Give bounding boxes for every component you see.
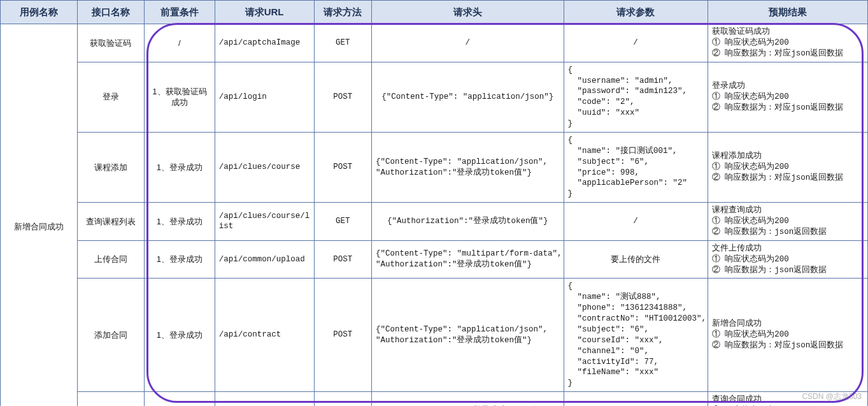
cell-header: {"Authorization":"登录成功token值"} xyxy=(371,203,564,241)
cell-interface: 获取验证码 xyxy=(77,24,145,62)
cell-param: { "name": "接口测试001", "subject": "6", "pr… xyxy=(564,132,708,202)
th-url: 请求URL xyxy=(215,1,314,24)
cell-method: POST xyxy=(314,132,371,202)
table-row: 课程添加 1、登录成功 /api/clues/course POST {"Con… xyxy=(1,132,868,202)
cell-param: { "name": "测试888", "phone": "13612341888… xyxy=(564,279,708,392)
table-row: 登录 1、获取验证码成功 /api/login POST {"Content-T… xyxy=(1,62,868,132)
cell-url: /api/common/upload xyxy=(215,240,314,279)
cell-interface: 查询合同列表 xyxy=(77,392,145,406)
cell-param: / xyxy=(564,203,708,241)
cell-interface: 课程添加 xyxy=(77,132,145,202)
cell-method: POST xyxy=(314,62,371,132)
cell-url: /api/clues/course/list xyxy=(215,203,314,241)
cell-method: POST xyxy=(314,279,371,392)
cell-header: {"Content-Type": "application/json", "Au… xyxy=(371,279,564,392)
cell-case-name: 新增合同成功 xyxy=(1,24,78,407)
cell-method: GET xyxy=(314,392,371,406)
cell-expected: 课程查询成功 ① 响应状态码为200 ② 响应数据为：json返回数据 xyxy=(708,203,867,241)
cell-expected: 登录成功 ① 响应状态码为200 ② 响应数据为：对应json返回数据 xyxy=(708,62,867,132)
cell-header: / xyxy=(371,24,564,62)
cell-expected: 新增合同成功 ① 响应状态码为200 ② 响应数据为：对应json返回数据 xyxy=(708,279,867,392)
cell-precond: 1、登录成功 xyxy=(145,132,215,202)
cell-method: POST xyxy=(314,240,371,279)
cell-expected: 课程添加成功 ① 响应状态码为200 ② 响应数据为：对应json返回数据 xyxy=(708,132,867,202)
cell-method: GET xyxy=(314,203,371,241)
cell-precond: 1、登录成功 xyxy=(145,392,215,406)
cell-interface: 查询课程列表 xyxy=(77,203,145,241)
cell-url: /api/captchaImage xyxy=(215,24,314,62)
cell-header: {"Content-Type": "multipart/form-data", … xyxy=(371,240,564,279)
cell-precond: 1、登录成功 xyxy=(145,240,215,279)
cell-header: {"Content-Type": "application/json", "Au… xyxy=(371,132,564,202)
table-row: 添加合同 1、登录成功 /api/contract POST {"Content… xyxy=(1,279,868,392)
api-testcase-table: 用例名称 接口名称 前置条件 请求URL 请求方法 请求头 请求参数 预期结果 … xyxy=(0,0,868,406)
cell-interface: 添加合同 xyxy=(77,279,145,392)
th-req-param: 请求参数 xyxy=(564,1,708,24)
cell-param: 要上传的文件 xyxy=(564,240,708,279)
table-header-row: 用例名称 接口名称 前置条件 请求URL 请求方法 请求头 请求参数 预期结果 xyxy=(1,1,868,24)
cell-header: {"Authorization":"登录成功token值"} xyxy=(371,392,564,406)
cell-url: /api/clues/course xyxy=(215,132,314,202)
table-row: 上传合同 1、登录成功 /api/common/upload POST {"Co… xyxy=(1,240,868,279)
cell-url: /api/login xyxy=(215,62,314,132)
th-interface: 接口名称 xyxy=(77,1,145,24)
cell-url: /api/contract xyxy=(215,279,314,392)
cell-interface: 上传合同 xyxy=(77,240,145,279)
table-row: 新增合同成功 获取验证码 / /api/captchaImage GET / /… xyxy=(1,24,868,62)
cell-interface: 登录 xyxy=(77,62,145,132)
th-expected: 预期结果 xyxy=(708,1,867,24)
cell-param: / xyxy=(564,392,708,406)
cell-header: {"Content-Type": "application/json"} xyxy=(371,62,564,132)
table-row: 查询课程列表 1、登录成功 /api/clues/course/list GET… xyxy=(1,203,868,241)
cell-url: /api/contract/list xyxy=(215,392,314,406)
th-req-header: 请求头 xyxy=(371,1,564,24)
cell-expected: 查询合同成功 ① 响应状态码为200 ② 响应数据为：对应json返回数据 xyxy=(708,392,867,406)
th-case-name: 用例名称 xyxy=(1,1,78,24)
cell-param: / xyxy=(564,24,708,62)
cell-precond: 1、登录成功 xyxy=(145,279,215,392)
th-method: 请求方法 xyxy=(314,1,371,24)
table-row: 查询合同列表 1、登录成功 /api/contract/list GET {"A… xyxy=(1,392,868,406)
cell-precond: 1、登录成功 xyxy=(145,203,215,241)
cell-expected: 获取验证码成功 ① 响应状态码为200 ② 响应数据为：对应json返回数据 xyxy=(708,24,867,62)
cell-param: { "username": "admin", "password": "admi… xyxy=(564,62,708,132)
cell-expected: 文件上传成功 ① 响应状态码为200 ② 响应数据为：json返回数据 xyxy=(708,240,867,279)
cell-method: GET xyxy=(314,24,371,62)
th-precondition: 前置条件 xyxy=(145,1,215,24)
cell-precond: / xyxy=(145,24,215,62)
cell-precond: 1、获取验证码成功 xyxy=(145,62,215,132)
